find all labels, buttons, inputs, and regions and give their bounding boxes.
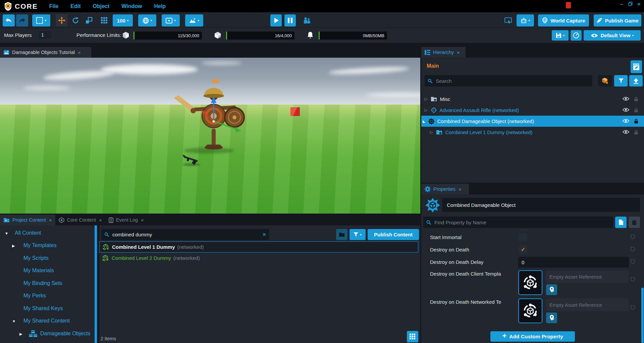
client-template-field[interactable]: Empty Asset Reference [546,270,629,283]
tree-item-all-content[interactable]: All Content [15,230,41,236]
terrain-dropdown[interactable]: ▾ [185,14,203,26]
lock-icon[interactable] [634,108,638,114]
publish-game-button[interactable]: Publish Game [594,14,641,26]
reset-icon[interactable] [630,246,636,253]
menu-file[interactable]: File [49,3,59,9]
expand-caret[interactable]: ▷ [430,130,433,134]
menu-edit[interactable]: Edit [70,3,80,9]
snap-grid-button[interactable] [99,14,110,26]
window-minimize-button[interactable]: − [617,1,626,7]
copy-properties-button[interactable] [615,217,627,228]
tab-event-log[interactable]: Event Log × [105,215,147,225]
hierarchy-row-assault-rifle[interactable]: ▷ Advanced Assault Rifle (networked) [421,105,644,116]
start-invulnerable-checkbox[interactable] [519,229,527,230]
tree-item-my-perks[interactable]: My Perks [23,293,46,299]
content-search-input[interactable] [112,231,263,238]
default-view-dropdown[interactable]: Default View ▾ [584,30,641,41]
destroy-on-death-delay-input[interactable] [518,257,629,268]
cinematic-button[interactable] [631,60,642,73]
networked-template-asset-slot[interactable] [518,298,542,323]
collapse-all-button[interactable] [629,75,643,87]
add-custom-property-button[interactable]: + Add Custom Property [490,331,575,342]
properties-scrollbar[interactable] [641,288,644,343]
grid-size-dropdown[interactable]: 100 ▾ [113,14,133,26]
grid-view-button[interactable] [407,331,418,342]
tree-item-my-shared-keys[interactable]: My Shared Keys [23,305,63,311]
networked-template-field[interactable]: Empty Asset Reference [546,298,629,311]
content-search[interactable]: × [101,229,269,240]
max-players-input[interactable] [39,31,51,39]
open-folder-button[interactable] [336,229,347,240]
tree-item-my-materials[interactable]: My Materials [23,268,54,274]
scale-tool-button[interactable] [83,14,95,26]
find-property-input[interactable] [434,219,610,226]
screen-dropdown[interactable]: ▾ [162,14,180,26]
core-content-close-icon[interactable]: × [99,217,102,223]
visibility-eye-icon[interactable] [623,96,629,102]
hierarchy-search[interactable] [425,75,592,87]
pause-button[interactable] [284,14,296,26]
paste-properties-button[interactable] [629,217,640,228]
destroy-on-death-checkbox[interactable]: ✓ [519,245,527,254]
hierarchy-row-combined-level1-dummy[interactable]: ▷ Combined Level 1 Dummy (networked) [421,127,644,138]
event-log-close-icon[interactable]: × [141,217,144,223]
tree-item-my-shared-content[interactable]: My Shared Content [23,318,70,324]
caret-my-shared-content[interactable]: ▼ [12,319,16,323]
properties-tab-close-icon[interactable]: × [459,186,462,192]
transform-gizmo[interactable] [188,96,255,147]
property-rows-scroll-area[interactable]: Start Invulnerable Start Immortal Destro… [421,229,644,331]
tab-core-content[interactable]: Core Content × [55,215,105,225]
lock-icon-locked[interactable] [634,119,638,125]
visibility-eye-icon[interactable] [623,118,629,124]
world-dropdown[interactable]: ▾ [138,14,156,26]
hierarchy-filter-button[interactable] [614,75,628,87]
tab-properties[interactable]: Properties × [421,184,469,194]
window-close-button[interactable]: × [635,1,643,7]
expanded-caret[interactable]: ◣ [423,119,425,123]
lock-icon[interactable] [634,130,638,136]
reset-icon[interactable] [630,234,636,241]
hierarchy-row-combined-damageable-selected[interactable]: ◣ Combined Damageable Object (networked) [421,116,644,127]
select-tool-button[interactable]: ▾ [32,14,50,26]
caret-all-content[interactable]: ▼ [5,231,8,235]
move-tool-button[interactable] [56,14,68,26]
menu-help[interactable]: Help [154,3,166,9]
hierarchy-search-input[interactable] [435,78,589,84]
network-context-button[interactable] [598,75,612,87]
world-capture-button[interactable]: World Capture [538,14,589,26]
object-name-input[interactable] [442,198,640,212]
caret-damageable-objects[interactable]: ▶ [19,332,22,336]
tab-project-content[interactable]: Project Content × [0,215,55,225]
result-row-selected[interactable]: Combined Level 1 Dummy (networked) [99,241,418,252]
hierarchy-tab-close-icon[interactable]: × [457,50,460,55]
tree-item-my-binding-sets[interactable]: My Binding Sets [23,280,62,286]
tree-item-my-scripts[interactable]: My Scripts [23,255,49,261]
content-filter-dropdown[interactable]: ▾ [350,229,366,240]
redo-button[interactable] [16,14,28,26]
viewport-tab-close-icon[interactable]: × [78,50,81,55]
reset-icon[interactable] [630,259,636,266]
save-dropdown-button[interactable]: ▾ [552,30,569,41]
performance-gauge-button[interactable] [571,30,582,41]
reset-icon[interactable] [630,276,636,283]
screen-capture-button[interactable] [503,14,513,26]
expand-caret[interactable]: ▷ [425,97,427,101]
find-property-search[interactable] [423,217,613,228]
multiplayer-preview-button[interactable] [301,14,313,26]
menu-object[interactable]: Object [93,3,109,9]
play-button[interactable] [270,14,282,26]
lock-icon[interactable] [634,97,638,103]
search-clear-icon[interactable]: × [263,231,266,238]
find-asset-button[interactable] [546,312,557,323]
start-immortal-checkbox[interactable] [519,233,527,241]
publish-content-button[interactable]: Publish Content [368,229,419,240]
window-restore-button[interactable] [626,1,635,7]
visibility-eye-icon[interactable] [623,107,629,113]
visibility-eye-icon[interactable] [623,129,629,135]
expand-caret[interactable]: ▷ [425,108,427,112]
tab-damageable-objects-tutorial[interactable]: Damageable Objects Tutorial × [0,47,91,58]
find-asset-button[interactable] [546,284,557,295]
hierarchy-row-misc[interactable]: ▷ Misc [421,94,644,105]
viewport-3d[interactable] [0,58,420,214]
content-tree-scrollbar[interactable] [95,225,97,343]
